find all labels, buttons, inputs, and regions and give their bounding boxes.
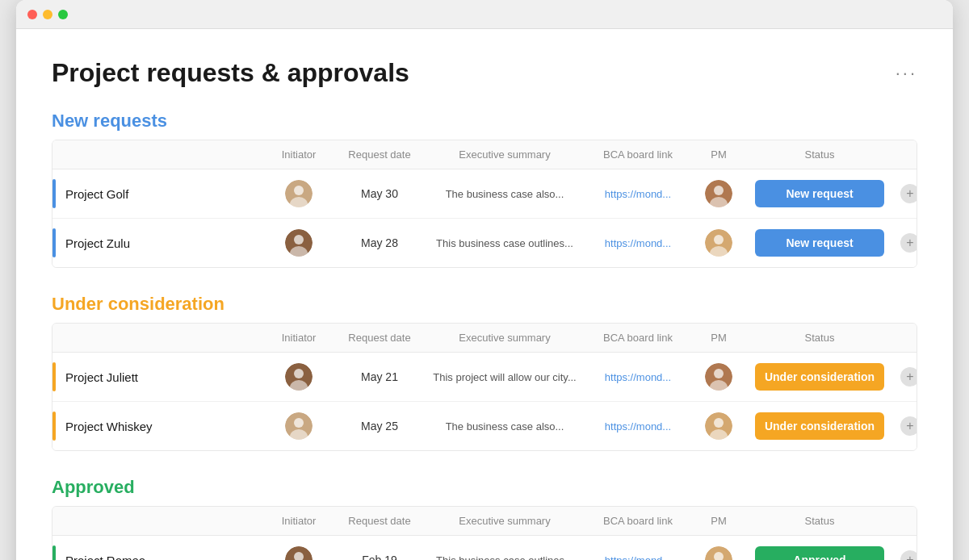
section-new-requests: New requestsInitiatorRequest dateExecuti… bbox=[52, 111, 917, 268]
svg-point-13 bbox=[294, 369, 304, 378]
table-row: Project Golf May 30The business case als… bbox=[52, 169, 917, 219]
pm-avatar bbox=[705, 180, 732, 207]
svg-point-10 bbox=[714, 235, 724, 244]
project-name: Project Juliett bbox=[65, 370, 138, 384]
col-header-0 bbox=[52, 507, 262, 535]
table-header: InitiatorRequest dateExecutive summaryBC… bbox=[52, 507, 917, 536]
svg-point-19 bbox=[294, 418, 304, 428]
minimize-button[interactable] bbox=[43, 10, 52, 19]
row-accent-bar bbox=[52, 228, 56, 257]
section-under-consideration: Under considerationInitiatorRequest date… bbox=[52, 294, 917, 451]
section-heading-new-requests: New requests bbox=[52, 111, 917, 132]
pm-avatar bbox=[705, 363, 732, 391]
section-heading-approved: Approved bbox=[52, 477, 917, 498]
col-header-1: Initiator bbox=[262, 140, 335, 169]
col-header-3: Executive summary bbox=[424, 140, 585, 169]
col-header-0 bbox=[52, 324, 262, 352]
col-header-4: BCA board link bbox=[585, 507, 690, 535]
col-header-3: Executive summary bbox=[424, 324, 585, 352]
col-header-5: PM bbox=[690, 140, 747, 169]
add-row-button[interactable]: + bbox=[900, 233, 917, 253]
table-row: Project Whiskey May 25The business case … bbox=[52, 402, 917, 450]
page-header: Project requests & approvals ··· bbox=[52, 58, 917, 88]
bca-board-link[interactable]: https://mond... bbox=[605, 237, 671, 249]
section-approved: ApprovedInitiatorRequest dateExecutive s… bbox=[52, 477, 917, 560]
request-date: May 21 bbox=[335, 361, 424, 393]
col-header-4: BCA board link bbox=[585, 140, 690, 169]
col-header-4: BCA board link bbox=[585, 324, 690, 352]
add-row-button[interactable]: + bbox=[900, 184, 917, 203]
bca-board-link[interactable]: https://mond... bbox=[605, 371, 671, 383]
add-row-button[interactable]: + bbox=[900, 550, 917, 560]
status-button[interactable]: Under consideration bbox=[755, 412, 884, 440]
status-button[interactable]: New request bbox=[755, 180, 884, 207]
project-name: Project Zulu bbox=[65, 236, 130, 250]
initiator-avatar bbox=[285, 229, 313, 257]
project-name: Project Golf bbox=[65, 187, 128, 201]
add-row-button[interactable]: + bbox=[900, 416, 917, 436]
executive-summary: The business case also... bbox=[424, 411, 585, 442]
col-header-2: Request date bbox=[335, 140, 424, 169]
bca-board-link[interactable]: https://mond... bbox=[605, 554, 671, 560]
section-heading-under-consideration: Under consideration bbox=[52, 294, 917, 315]
col-header-1: Initiator bbox=[262, 324, 335, 352]
app-window: Project requests & approvals ··· New req… bbox=[16, 0, 953, 560]
close-button[interactable] bbox=[27, 10, 37, 19]
table-row: Project Juliett May 21This project will … bbox=[52, 353, 917, 402]
table-row: Project Romeo Feb 19This business case o… bbox=[52, 536, 917, 560]
executive-summary: The business case also... bbox=[424, 178, 585, 210]
col-header-2: Request date bbox=[335, 507, 424, 535]
status-button[interactable]: New request bbox=[755, 229, 884, 257]
project-name: Project Romeo bbox=[65, 554, 145, 561]
table-approved: InitiatorRequest dateExecutive summaryBC… bbox=[52, 506, 917, 560]
table-new-requests: InitiatorRequest dateExecutive summaryBC… bbox=[52, 140, 917, 268]
request-date: May 30 bbox=[335, 178, 424, 210]
row-accent-bar bbox=[52, 179, 56, 208]
executive-summary: This business case outlines... bbox=[424, 545, 585, 561]
col-header-7 bbox=[892, 507, 917, 535]
maximize-button[interactable] bbox=[58, 10, 68, 19]
bca-board-link[interactable]: https://mond... bbox=[605, 188, 671, 200]
titlebar bbox=[16, 0, 953, 29]
initiator-avatar bbox=[285, 363, 313, 391]
svg-point-16 bbox=[714, 369, 724, 378]
col-header-7 bbox=[892, 324, 917, 352]
initiator-avatar bbox=[285, 412, 313, 440]
pm-avatar bbox=[705, 229, 732, 257]
svg-point-7 bbox=[294, 235, 304, 244]
table-header: InitiatorRequest dateExecutive summaryBC… bbox=[52, 324, 917, 353]
request-date: May 25 bbox=[335, 410, 424, 442]
table-row: Project Zulu May 28This business case ou… bbox=[52, 219, 917, 267]
row-accent-bar bbox=[52, 412, 56, 441]
status-button[interactable]: Under consideration bbox=[755, 363, 884, 391]
pm-avatar bbox=[705, 546, 732, 560]
page-content: Project requests & approvals ··· New req… bbox=[16, 29, 953, 560]
svg-point-22 bbox=[714, 418, 724, 428]
col-header-6: Status bbox=[747, 140, 892, 169]
row-accent-bar bbox=[52, 362, 56, 391]
bca-board-link[interactable]: https://mond... bbox=[605, 420, 671, 433]
executive-summary: This project will allow our city... bbox=[424, 361, 585, 393]
request-date: May 28 bbox=[335, 227, 424, 259]
row-accent-bar bbox=[52, 545, 56, 560]
col-header-6: Status bbox=[747, 324, 892, 352]
page-title: Project requests & approvals bbox=[52, 58, 409, 88]
svg-point-1 bbox=[294, 186, 304, 195]
project-name: Project Whiskey bbox=[65, 420, 153, 433]
col-header-3: Executive summary bbox=[424, 507, 585, 535]
add-row-button[interactable]: + bbox=[900, 367, 917, 387]
more-options-button[interactable]: ··· bbox=[896, 63, 917, 84]
pm-avatar bbox=[705, 412, 732, 440]
col-header-6: Status bbox=[747, 507, 892, 535]
col-header-2: Request date bbox=[335, 324, 424, 352]
table-header: InitiatorRequest dateExecutive summaryBC… bbox=[52, 140, 917, 169]
col-header-5: PM bbox=[690, 324, 747, 352]
request-date: Feb 19 bbox=[335, 544, 424, 560]
col-header-7 bbox=[892, 140, 917, 169]
executive-summary: This business case outlines... bbox=[424, 228, 585, 259]
status-button[interactable]: Approved bbox=[755, 546, 884, 560]
col-header-5: PM bbox=[690, 507, 747, 535]
initiator-avatar bbox=[285, 546, 313, 560]
initiator-avatar bbox=[285, 180, 313, 207]
svg-point-4 bbox=[714, 186, 724, 195]
